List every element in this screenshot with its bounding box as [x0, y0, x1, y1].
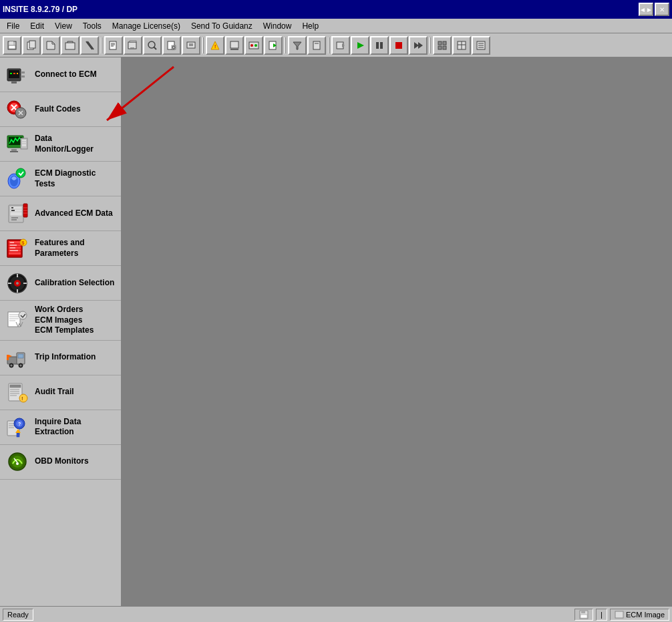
sidebar-item-ecm-diagnostic-label: ECM Diagnostic Tests [35, 168, 116, 189]
svg-marker-40 [418, 42, 423, 49]
features-parameters-icon: $ [5, 237, 29, 261]
svg-text:$: $ [21, 240, 25, 246]
toolbar-btn-2[interactable] [22, 36, 41, 55]
svg-rect-80 [11, 217, 18, 218]
menu-send-to-guidanz[interactable]: Send To Guidanz [186, 20, 258, 32]
toolbar-btn-4[interactable] [61, 36, 79, 55]
svg-rect-95 [10, 250, 18, 251]
svg-point-118 [20, 365, 22, 367]
toolbar-btn-15[interactable] [307, 36, 326, 55]
sidebar-item-fault-codes[interactable]: Fault Codes [0, 92, 121, 127]
status-bar: Ready | ECM Image [0, 606, 672, 622]
sidebar-item-ecm-diagnostic[interactable]: ECM Diagnostic Tests [0, 162, 121, 196]
obd-monitors-icon [5, 450, 29, 474]
toolbar-btn-5[interactable] [80, 36, 99, 55]
menu-help[interactable]: Help [297, 20, 324, 32]
svg-marker-35 [357, 42, 364, 49]
svg-point-27 [255, 44, 257, 47]
svg-line-15 [154, 47, 156, 49]
toolbar-btn-stop[interactable] [389, 36, 408, 55]
toolbar-btn-10[interactable] [182, 36, 200, 55]
menu-view[interactable]: View [49, 20, 77, 32]
svg-rect-122 [10, 385, 21, 387]
svg-rect-92 [10, 242, 14, 243]
svg-rect-5 [65, 43, 75, 49]
toolbar-btn-1[interactable] [3, 36, 21, 55]
svg-rect-31 [313, 41, 320, 49]
sidebar-item-advanced-ecm-label: Advanced ECM Data [35, 208, 113, 219]
menu-manage-license[interactable]: Manage License(s) [107, 20, 186, 32]
toolbar-btn-9[interactable] [162, 36, 181, 55]
sidebar-item-inquire-data[interactable]: ? Inquire DataExtraction [0, 410, 121, 445]
toolbar-btn-12[interactable] [225, 36, 244, 55]
back-forward-button[interactable]: ◄► [639, 3, 653, 16]
sidebar-item-audit-trail[interactable]: ! Audit Trail [0, 375, 121, 410]
svg-rect-56 [10, 73, 12, 74]
close-button[interactable]: ✕ [655, 3, 669, 16]
svg-rect-23 [230, 41, 238, 48]
toolbar-btn-7[interactable] [124, 36, 142, 55]
toolbar-btn-record[interactable] [331, 36, 350, 55]
svg-rect-65 [11, 149, 17, 151]
svg-rect-81 [11, 219, 17, 220]
toolbar-btn-17[interactable] [452, 36, 471, 55]
svg-marker-39 [414, 42, 419, 49]
svg-rect-42 [443, 41, 446, 45]
sidebar-item-trip-information[interactable]: Trip Information [0, 341, 121, 375]
sidebar-item-obd-monitors[interactable]: OBD Monitors [0, 445, 121, 480]
toolbar-btn-play[interactable] [351, 36, 369, 55]
main-layout: Connect to ECM Fault Codes [0, 57, 672, 606]
toolbar-sep-1 [101, 37, 102, 53]
sidebar-item-audit-trail-label: Audit Trail [35, 387, 74, 398]
svg-text:!: ! [21, 396, 23, 402]
toolbar-btn-13[interactable] [244, 36, 263, 55]
svg-rect-55 [21, 75, 25, 77]
svg-rect-136 [17, 433, 19, 437]
toolbar-btn-skip[interactable] [409, 36, 428, 55]
svg-text:!: ! [214, 44, 216, 49]
title-text: INSITE 8.9.2.79 / DP [3, 5, 77, 14]
svg-point-73 [16, 168, 25, 178]
menu-edit[interactable]: Edit [25, 20, 49, 32]
svg-rect-93 [10, 245, 17, 246]
svg-rect-13 [130, 41, 136, 42]
connect-ecm-icon [5, 63, 29, 87]
svg-rect-8 [110, 41, 116, 49]
fault-codes-icon [5, 98, 29, 122]
sidebar-item-calibration-selection[interactable]: Calibration Selection [0, 266, 121, 301]
sidebar-item-work-orders[interactable]: Work OrdersECM ImagesECM Templates [0, 301, 121, 341]
toolbar: ! [0, 33, 672, 57]
svg-rect-143 [581, 611, 585, 613]
sidebar-item-inquire-data-label: Inquire DataExtraction [35, 417, 81, 438]
toolbar-btn-6[interactable] [104, 36, 123, 55]
svg-rect-4 [29, 41, 35, 48]
svg-rect-38 [395, 42, 402, 49]
toolbar-btn-filter[interactable] [288, 36, 307, 55]
toolbar-btn-3[interactable] [41, 36, 60, 55]
sidebar-item-features-parameters[interactable]: $ Features and Parameters [0, 231, 121, 266]
sidebar-item-data-monitor[interactable]: DataMonitor/Logger [0, 127, 121, 162]
svg-text:?: ? [18, 422, 21, 426]
menu-bar: File Edit View Tools Manage License(s) S… [0, 19, 672, 33]
sidebar-item-features-parameters-label: Features and Parameters [35, 238, 116, 259]
toolbar-btn-pause[interactable] [370, 36, 389, 55]
status-ecm-image: ECM Image [610, 609, 669, 621]
toolbar-btn-11[interactable]: ! [206, 36, 224, 55]
sidebar-item-trip-information-label: Trip Information [35, 352, 96, 363]
sidebar-item-connect-ecm[interactable]: Connect to ECM [0, 57, 121, 92]
svg-rect-94 [10, 247, 15, 249]
menu-window[interactable]: Window [258, 20, 297, 32]
toolbar-btn-18[interactable] [472, 36, 490, 55]
svg-rect-58 [17, 73, 18, 74]
toolbar-btn-8[interactable] [143, 36, 162, 55]
sidebar-item-advanced-ecm[interactable]: Advanced ECM Data [0, 196, 121, 231]
menu-file[interactable]: File [1, 20, 25, 32]
menu-tools[interactable]: Tools [77, 20, 107, 32]
sidebar-item-data-monitor-label: DataMonitor/Logger [35, 134, 94, 154]
toolbar-btn-16[interactable] [433, 36, 452, 55]
ecm-diagnostic-icon [5, 167, 29, 191]
audit-trail-icon: ! [5, 380, 29, 404]
content-area [122, 57, 672, 606]
svg-rect-119 [7, 355, 9, 360]
toolbar-btn-14[interactable] [264, 36, 283, 55]
